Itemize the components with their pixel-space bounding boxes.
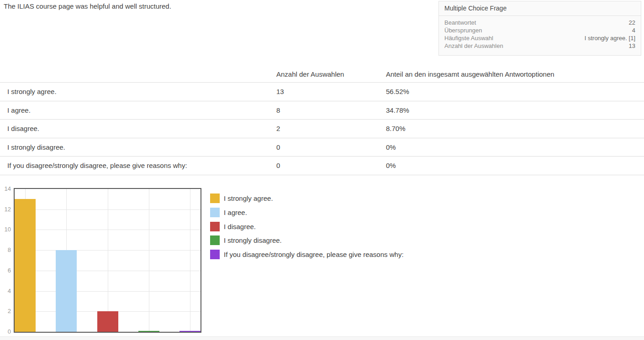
legend-item: I strongly disagree. bbox=[210, 235, 404, 245]
cell-count: 2 bbox=[276, 125, 386, 132]
legend-label: I agree. bbox=[224, 209, 247, 216]
cell-percent: 8.70% bbox=[386, 125, 644, 132]
cell-answer: I disagree. bbox=[0, 125, 276, 132]
chart-legend: I strongly agree.I agree.I disagree.I st… bbox=[210, 194, 404, 264]
chart-bar bbox=[15, 199, 36, 332]
cell-count: 8 bbox=[276, 106, 386, 114]
cell-percent: 56.52% bbox=[386, 88, 644, 95]
table-row: I strongly disagree.00% bbox=[0, 138, 644, 157]
question-stats-list: Beantwortet22Übersprungen4Häufigste Ausw… bbox=[439, 19, 641, 50]
legend-label: If you disagree/strongly disagree, pleas… bbox=[224, 251, 404, 258]
column-header-count: Anzahl der Auswahlen bbox=[276, 70, 386, 78]
section-divider bbox=[0, 336, 644, 340]
vertical-gridline bbox=[108, 189, 108, 332]
chart-bar bbox=[179, 331, 201, 332]
stats-row: Anzahl der Auswahlen13 bbox=[439, 42, 641, 50]
y-axis-tick-label: 8 bbox=[0, 246, 11, 254]
y-axis-tick-label: 2 bbox=[0, 308, 11, 315]
chart-bar bbox=[97, 311, 118, 332]
cell-answer: If you disagree/strongly disagree, pleas… bbox=[0, 162, 276, 169]
table-row: I disagree.28.70% bbox=[0, 120, 644, 138]
chart-bar bbox=[138, 331, 159, 332]
cell-answer: I agree. bbox=[0, 106, 276, 114]
question-type-label: Multiple Choice Frage bbox=[439, 1, 641, 16]
chart-plot-area bbox=[14, 188, 201, 333]
cell-answer: I strongly agree. bbox=[0, 88, 276, 95]
vertical-gridline bbox=[149, 189, 149, 332]
table-row: I agree.834.78% bbox=[0, 101, 644, 120]
stat-value: 13 bbox=[629, 42, 635, 50]
cell-percent: 0% bbox=[386, 162, 644, 169]
column-header-percent: Anteil an den insgesamt ausgewählten Ant… bbox=[386, 70, 644, 78]
cell-answer: I strongly disagree. bbox=[0, 143, 276, 151]
y-axis-tick-label: 12 bbox=[0, 206, 11, 213]
legend-swatch-icon bbox=[210, 235, 220, 245]
stat-label: Häufigste Auswahl bbox=[444, 34, 493, 42]
legend-swatch-icon bbox=[210, 222, 220, 231]
table-body: I strongly agree.1356.52%I agree.834.78%… bbox=[0, 83, 644, 175]
table-header-row: Anzahl der Auswahlen Anteil an den insge… bbox=[0, 66, 644, 83]
stat-label: Beantwortet bbox=[444, 19, 476, 26]
stats-row: Beantwortet22 bbox=[439, 19, 641, 26]
answers-table: Anzahl der Auswahlen Anteil an den insge… bbox=[0, 66, 644, 175]
bar-chart: 02468101214 I strongly agree.I agree.I d… bbox=[0, 185, 644, 337]
stat-label: Übersprungen bbox=[444, 26, 482, 34]
cell-count: 0 bbox=[276, 162, 386, 169]
question-title: The ILIAS course page was helpful and we… bbox=[4, 2, 171, 10]
stats-row: Übersprungen4 bbox=[439, 26, 641, 34]
vertical-gridline bbox=[190, 189, 190, 332]
cell-percent: 0% bbox=[386, 143, 644, 151]
cell-count: 13 bbox=[276, 88, 386, 95]
legend-swatch-icon bbox=[210, 250, 220, 259]
y-axis-tick-label: 0 bbox=[0, 328, 11, 335]
table-row: I strongly agree.1356.52% bbox=[0, 83, 644, 101]
y-axis-tick-label: 4 bbox=[0, 288, 11, 295]
y-axis-tick-label: 6 bbox=[0, 267, 11, 274]
stat-value: 4 bbox=[632, 26, 635, 34]
stat-value: I strongly agree. [1] bbox=[585, 34, 635, 42]
cell-percent: 34.78% bbox=[386, 106, 644, 114]
legend-item: I disagree. bbox=[210, 222, 404, 231]
stat-value: 22 bbox=[629, 19, 635, 26]
legend-label: I strongly agree. bbox=[224, 194, 273, 202]
legend-item: I strongly agree. bbox=[210, 194, 404, 203]
legend-label: I strongly disagree. bbox=[224, 236, 282, 244]
chart-bar bbox=[56, 250, 77, 332]
cell-count: 0 bbox=[276, 143, 386, 151]
y-axis-tick-label: 10 bbox=[0, 226, 11, 233]
legend-swatch-icon bbox=[210, 194, 220, 203]
stat-label: Anzahl der Auswahlen bbox=[444, 42, 503, 50]
stats-row: Häufigste AuswahlI strongly agree. [1] bbox=[439, 34, 641, 42]
table-row: If you disagree/strongly disagree, pleas… bbox=[0, 157, 644, 175]
legend-label: I disagree. bbox=[224, 223, 256, 230]
question-stats-panel: Multiple Choice Frage Beantwortet22Übers… bbox=[438, 1, 641, 56]
legend-item: If you disagree/strongly disagree, pleas… bbox=[210, 250, 404, 259]
y-axis-tick-label: 14 bbox=[0, 185, 11, 193]
legend-item: I agree. bbox=[210, 208, 404, 217]
legend-swatch-icon bbox=[210, 208, 220, 217]
